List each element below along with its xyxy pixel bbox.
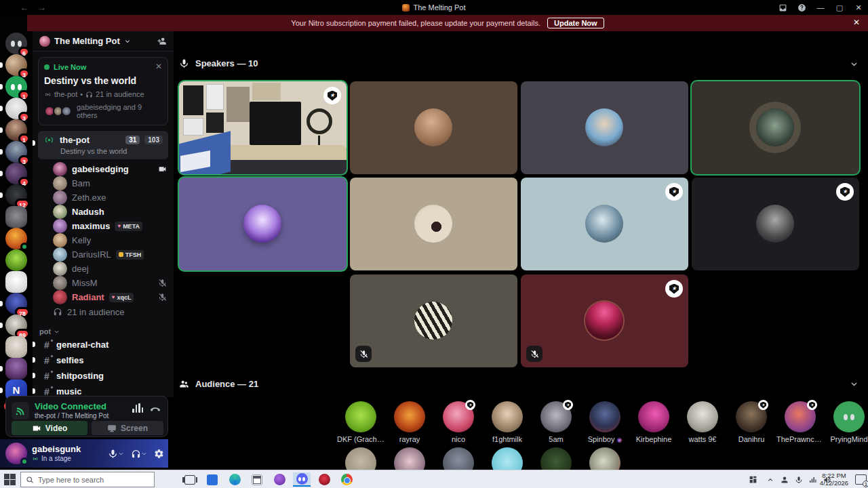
audience-member[interactable]: DKF (Gracha … bbox=[337, 401, 384, 443]
inbox-icon[interactable] bbox=[773, 0, 792, 15]
minimize-button[interactable]: — bbox=[811, 0, 830, 15]
server-icon-3[interactable]: 3 bbox=[5, 98, 27, 119]
server-icon-2[interactable]: 1 bbox=[5, 76, 27, 98]
participant-row[interactable]: Radiant ♥xqcL bbox=[33, 290, 174, 304]
audience-member[interactable]: Spinboy ◉ bbox=[581, 401, 629, 443]
deafen-toggle[interactable] bbox=[131, 449, 147, 459]
discord-home-button[interactable]: 6 bbox=[5, 33, 27, 54]
channel-general-chat[interactable]: #general-chat bbox=[33, 337, 174, 352]
stage-channel-the-pot[interactable]: the-pot 31 103 Destiny vs the world bbox=[38, 131, 168, 159]
close-button[interactable]: ✕ bbox=[849, 0, 868, 15]
people-tray-icon[interactable] bbox=[778, 470, 791, 488]
server-icon-11[interactable] bbox=[5, 271, 27, 293]
channel-music[interactable]: #music bbox=[33, 384, 174, 397]
store-app-icon[interactable] bbox=[203, 472, 221, 487]
audience-avatar bbox=[345, 401, 376, 432]
speaker-tile-2[interactable] bbox=[350, 81, 517, 174]
speaker-tile-5[interactable] bbox=[179, 178, 347, 270]
settings-gear-icon[interactable] bbox=[154, 449, 164, 459]
speaker-tile-3[interactable] bbox=[521, 81, 688, 174]
audience-member[interactable]: ★ThePrawncess bbox=[776, 401, 824, 443]
audience-avatar bbox=[492, 401, 523, 432]
chrome-app-icon[interactable] bbox=[338, 472, 355, 487]
server-icon-10[interactable] bbox=[5, 249, 27, 271]
server-icon-6[interactable]: 4 bbox=[5, 163, 27, 184]
search-input[interactable] bbox=[38, 476, 140, 484]
audience-member[interactable]: watts 9€ bbox=[679, 401, 726, 443]
audience-member[interactable]: rayray bbox=[386, 401, 433, 443]
speaker-tile-9[interactable] bbox=[350, 274, 517, 367]
task-view-icon[interactable] bbox=[181, 472, 199, 487]
speaker-tile-8[interactable]: ★ bbox=[692, 178, 859, 270]
participant-row[interactable]: Kelly bbox=[33, 233, 174, 247]
server-icon-9[interactable] bbox=[5, 228, 27, 249]
audience-member[interactable]: ★nico bbox=[435, 401, 482, 443]
participant-row[interactable]: Bam bbox=[33, 176, 174, 190]
speaker-tile-6[interactable] bbox=[350, 178, 517, 270]
notification-center-icon[interactable]: 1 bbox=[855, 474, 867, 485]
connection-status[interactable]: Video Connected bbox=[35, 401, 106, 411]
server-icon-1[interactable]: 3 bbox=[5, 54, 27, 76]
speaker-tile-video[interactable]: ★ bbox=[179, 81, 347, 174]
category-pot[interactable]: pot bbox=[33, 327, 174, 336]
invite-member-icon[interactable] bbox=[157, 37, 167, 46]
update-now-button[interactable]: Update Now bbox=[547, 18, 604, 28]
server-icon-13[interactable]: 89 bbox=[5, 314, 27, 336]
live-card-close-icon[interactable]: ✕ bbox=[155, 62, 162, 71]
search-icon bbox=[26, 476, 34, 484]
hidden-icons-chevron[interactable] bbox=[764, 470, 777, 488]
participant-row[interactable]: Nadush bbox=[33, 205, 174, 219]
audience-header[interactable]: Audience — 21 bbox=[179, 379, 258, 389]
video-button[interactable]: Video bbox=[12, 421, 87, 435]
live-now-card[interactable]: Live Now ✕ Destiny vs the world the-pot … bbox=[38, 57, 168, 125]
taskbar-clock[interactable]: 8:22 PM 4/12/2026 bbox=[815, 472, 853, 487]
edge-app-icon[interactable] bbox=[226, 472, 243, 487]
participant-row[interactable]: maximus ♥META bbox=[33, 219, 174, 233]
participant-row[interactable]: deej bbox=[33, 262, 174, 276]
server-header[interactable]: The Melting Pot bbox=[33, 31, 174, 52]
channel-shitposting[interactable]: #shitposting bbox=[33, 368, 174, 384]
mail-app-icon[interactable] bbox=[248, 472, 266, 487]
server-icon-7[interactable]: 12 bbox=[5, 184, 27, 206]
mic-toggle[interactable] bbox=[108, 449, 124, 459]
disconnect-icon[interactable] bbox=[150, 403, 161, 414]
banner-close-icon[interactable]: ✕ bbox=[853, 18, 860, 27]
server-icon-4[interactable]: 1 bbox=[5, 119, 27, 141]
browser-app-icon[interactable] bbox=[271, 472, 288, 487]
help-icon[interactable] bbox=[792, 0, 811, 15]
server-icon-5[interactable]: 3 bbox=[5, 141, 27, 163]
mic-tray-icon[interactable] bbox=[792, 470, 806, 488]
participant-row[interactable]: MissM bbox=[33, 276, 174, 290]
taskbar-search[interactable] bbox=[20, 472, 155, 487]
screen-share-button[interactable]: Screen bbox=[92, 421, 163, 435]
discord-app-icon[interactable] bbox=[293, 472, 311, 487]
stage-icon bbox=[32, 455, 39, 462]
server-icon-12[interactable]: 78 bbox=[5, 293, 27, 314]
maximize-button[interactable]: ▢ bbox=[830, 0, 849, 15]
widgets-icon[interactable] bbox=[745, 470, 761, 488]
server-icon-14[interactable] bbox=[5, 336, 27, 358]
heart-icon: ♥ bbox=[112, 294, 115, 300]
user-avatar[interactable] bbox=[5, 443, 27, 464]
audience-count-row[interactable]: 21 in audience bbox=[33, 304, 174, 319]
participant-row[interactable]: gabeisedging bbox=[33, 162, 174, 176]
audience-member[interactable]: f1ghtmilk bbox=[484, 401, 531, 443]
audience-member[interactable]: Kirbephine bbox=[630, 401, 677, 443]
collapse-speakers-icon[interactable] bbox=[850, 60, 859, 68]
opera-gx-app-icon[interactable] bbox=[315, 472, 333, 487]
channel-selfies[interactable]: #selfies bbox=[33, 352, 174, 368]
participant-row[interactable]: Zeth.exe bbox=[33, 190, 174, 205]
audience-member[interactable]: ★Danihru bbox=[728, 401, 775, 443]
speaker-tile-7[interactable]: ★ bbox=[521, 178, 688, 270]
speaker-tile-4[interactable] bbox=[692, 81, 859, 174]
speakers-header[interactable]: Speakers — 10 bbox=[179, 58, 258, 68]
start-button[interactable] bbox=[4, 474, 16, 485]
audience-member[interactable]: PryingMind bbox=[825, 401, 868, 443]
soundboard-icon[interactable] bbox=[132, 403, 143, 413]
speaker-tile-10[interactable]: ★ bbox=[521, 274, 688, 367]
audience-member[interactable]: ★5am bbox=[532, 401, 580, 443]
participant-row[interactable]: DariusIRL TFSH bbox=[33, 247, 174, 262]
collapse-audience-icon[interactable] bbox=[850, 380, 859, 388]
server-icon-8[interactable] bbox=[5, 206, 27, 228]
server-icon-15[interactable] bbox=[5, 358, 27, 380]
